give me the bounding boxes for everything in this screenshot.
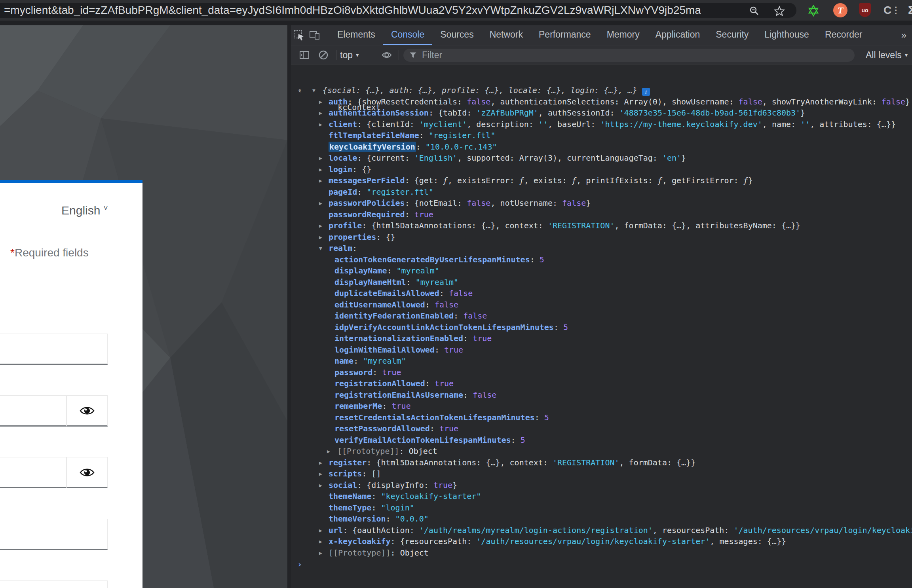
- eye-icon: [79, 405, 95, 416]
- password-input[interactable]: [0, 395, 66, 427]
- window-seam: [0, 21, 912, 25]
- console-row: ▶x-keycloakify: {resourcesPath: '/auth/r…: [291, 536, 912, 547]
- bookmark-star-icon[interactable]: [774, 6, 785, 18]
- expand-arrow-icon[interactable]: ▶: [319, 548, 322, 559]
- tab-lighthouse[interactable]: Lighthouse: [756, 25, 817, 45]
- console-prompt[interactable]: ›: [291, 558, 912, 570]
- info-icon[interactable]: i: [642, 88, 650, 96]
- console-row: passwordRequired: true: [291, 209, 912, 220]
- console-row: ftlTemplateFileName: "register.ftl": [291, 130, 912, 141]
- extension-tabby-icon[interactable]: T: [833, 3, 847, 17]
- expand-arrow-icon[interactable]: ▶: [319, 525, 322, 536]
- result-chevron-icon: ‹: [297, 85, 302, 96]
- expand-arrow-icon[interactable]: ▶: [319, 175, 322, 186]
- form-field-3: [0, 580, 108, 588]
- tab-recorder[interactable]: Recorder: [817, 25, 870, 45]
- tab-network[interactable]: Network: [482, 25, 531, 45]
- console-row: displayNameHtml: "myrealm": [291, 277, 912, 288]
- console-row: verifyEmailActionTokenLifespanMinutes: 5: [291, 434, 912, 446]
- browser-toolbar: =myclient&tab_id=zZAfBubPRgM&client_data…: [0, 0, 912, 21]
- console-row: keycloakifyVersion: "10.0.0-rc.143": [291, 141, 912, 153]
- log-levels-label: All levels: [866, 50, 902, 61]
- device-toolbar-icon[interactable]: [307, 27, 323, 43]
- inspect-element-icon[interactable]: [291, 27, 307, 43]
- chevron-down-icon: ˅: [103, 204, 108, 212]
- console-row: resetCredentialsActionTokenLifespanMinut…: [291, 412, 912, 423]
- tab-performance[interactable]: Performance: [531, 25, 599, 45]
- tab-sources[interactable]: Sources: [432, 25, 481, 45]
- page-zoom-icon[interactable]: [749, 6, 760, 18]
- extension-green-star-icon[interactable]: [808, 5, 819, 18]
- extension-ublock-shield-icon[interactable]: uo: [859, 3, 871, 17]
- more-tabs-icon[interactable]: »: [896, 30, 912, 41]
- extension-partial-icon[interactable]: Σ: [908, 3, 912, 17]
- devtools-tabbar: ElementsConsoleSourcesNetworkPerformance…: [291, 25, 912, 46]
- tab-elements[interactable]: Elements: [329, 25, 383, 45]
- expand-arrow-icon[interactable]: ▶: [319, 164, 322, 175]
- colorzilla-letter: C: [884, 4, 891, 16]
- tab-console[interactable]: Console: [383, 25, 432, 45]
- expand-arrow-icon[interactable]: ▶: [319, 232, 322, 243]
- expand-arrow-icon[interactable]: ▶: [319, 536, 322, 547]
- page-viewport: English˅ *Required fields: [0, 25, 287, 588]
- form-field-password: [0, 395, 108, 427]
- filter-input[interactable]: Filter: [403, 49, 855, 62]
- language-selector[interactable]: English˅: [61, 204, 108, 217]
- tab-memory[interactable]: Memory: [599, 25, 648, 45]
- console-sidebar-icon[interactable]: [296, 47, 312, 63]
- console-row: ▶passwordPolicies: {notEmail: false, not…: [291, 197, 912, 209]
- extension-colorzilla-icon[interactable]: C⋮: [884, 3, 899, 17]
- console-pane[interactable]: › kcContext ‹▼{social: {…}, auth: {…}, p…: [291, 65, 912, 588]
- url-bar[interactable]: =myclient&tab_id=zZAfBubPRgM&client_data…: [0, 3, 796, 18]
- tab-security[interactable]: Security: [708, 25, 756, 45]
- context-selector[interactable]: top▾: [340, 46, 359, 64]
- console-row: ▶properties: {}: [291, 231, 912, 243]
- console-row: ‹▼{social: {…}, auth: {…}, profile: {…},…: [291, 85, 912, 96]
- clear-console-icon[interactable]: [315, 47, 331, 63]
- console-row: editUsernameAllowed: false: [291, 299, 912, 311]
- password-confirm-input[interactable]: [0, 457, 66, 488]
- console-row: themeName: "keycloakify-starter": [291, 491, 912, 502]
- expand-arrow-icon[interactable]: ▶: [327, 446, 330, 457]
- console-row: ▶locale: {current: 'English', supported:…: [291, 152, 912, 164]
- console-row: ▶scripts: []: [291, 468, 912, 480]
- log-levels-dropdown[interactable]: All levels▾: [866, 46, 908, 64]
- context-selector-label: top: [340, 50, 353, 61]
- console-row: internationalizationEnabled: true: [291, 333, 912, 344]
- console-input-echo: › kcContext: [291, 65, 912, 82]
- input-field-1[interactable]: [0, 334, 108, 365]
- collapse-arrow-icon[interactable]: ▼: [312, 85, 315, 96]
- show-password-button[interactable]: [66, 395, 108, 427]
- expand-arrow-icon[interactable]: ▶: [319, 119, 322, 130]
- url-text[interactable]: =myclient&tab_id=zZAfBubPRgM&client_data…: [4, 3, 701, 18]
- form-field-password-confirm: [0, 457, 108, 488]
- expand-arrow-icon[interactable]: ▶: [319, 198, 322, 209]
- expand-arrow-icon[interactable]: ▶: [319, 153, 322, 164]
- screenshot-root: { "browser": { "url": "=myclient&tab_id=…: [0, 0, 912, 588]
- expand-arrow-icon[interactable]: ▶: [319, 469, 322, 480]
- expand-arrow-icon[interactable]: ▶: [319, 97, 322, 108]
- console-row: ▶[[Prototype]]: Object: [291, 446, 912, 457]
- tab-application[interactable]: Application: [648, 25, 708, 45]
- expand-arrow-icon[interactable]: ▶: [319, 220, 322, 231]
- expand-arrow-icon[interactable]: ▶: [319, 108, 322, 119]
- colorzilla-dots: ⋮: [891, 5, 899, 15]
- console-row: idpVerifyAccountLinkActionTokenLifespanM…: [291, 322, 912, 333]
- console-row: ▶login: {}: [291, 164, 912, 175]
- show-password-confirm-button[interactable]: [66, 457, 108, 488]
- console-row: actionTokenGeneratedByUserLifespanMinute…: [291, 254, 912, 266]
- tabby-letter: T: [838, 5, 844, 16]
- console-row: loginWithEmailAllowed: true: [291, 344, 912, 356]
- chevron-down-icon: ▾: [905, 51, 908, 59]
- language-selector-label: English: [61, 204, 100, 217]
- login-card: English˅ *Required fields: [0, 180, 142, 588]
- input-field-3[interactable]: [0, 580, 108, 588]
- input-field-2[interactable]: [0, 519, 108, 550]
- filter-funnel-icon: [410, 52, 416, 58]
- expand-arrow-icon[interactable]: ▶: [319, 457, 322, 469]
- expand-arrow-icon[interactable]: ▶: [319, 480, 322, 491]
- collapse-arrow-icon[interactable]: ▼: [319, 243, 322, 254]
- console-row: ▼realm:: [291, 243, 912, 254]
- divider: [336, 50, 336, 60]
- live-expression-eye-icon[interactable]: [379, 47, 395, 63]
